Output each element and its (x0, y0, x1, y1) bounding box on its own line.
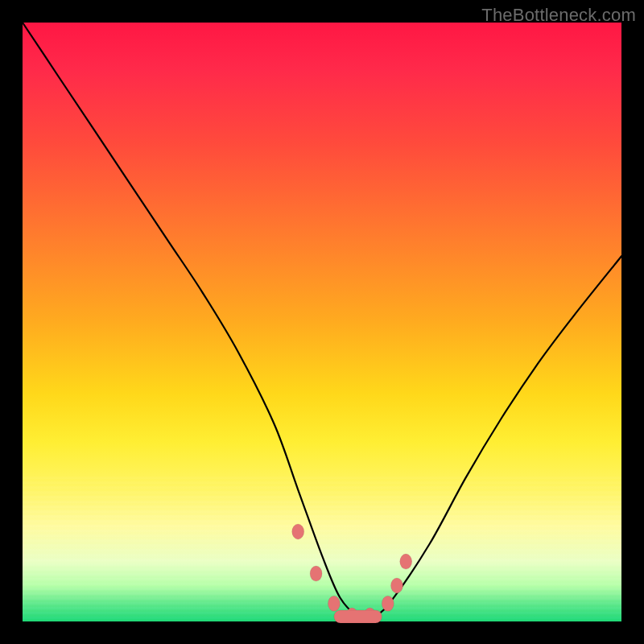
highlight-dot (391, 578, 403, 593)
highlight-dot (328, 596, 340, 611)
highlight-dot (310, 566, 322, 581)
highlight-dot (382, 596, 394, 611)
bottleneck-chart-svg (23, 23, 621, 621)
highlight-bar (334, 610, 382, 623)
highlight-markers (292, 524, 412, 623)
highlight-dot (400, 554, 412, 569)
highlight-dot (292, 524, 304, 539)
chart-frame: TheBottleneck.com (0, 0, 644, 644)
plot-area (23, 23, 621, 621)
bottleneck-curve (23, 23, 621, 617)
